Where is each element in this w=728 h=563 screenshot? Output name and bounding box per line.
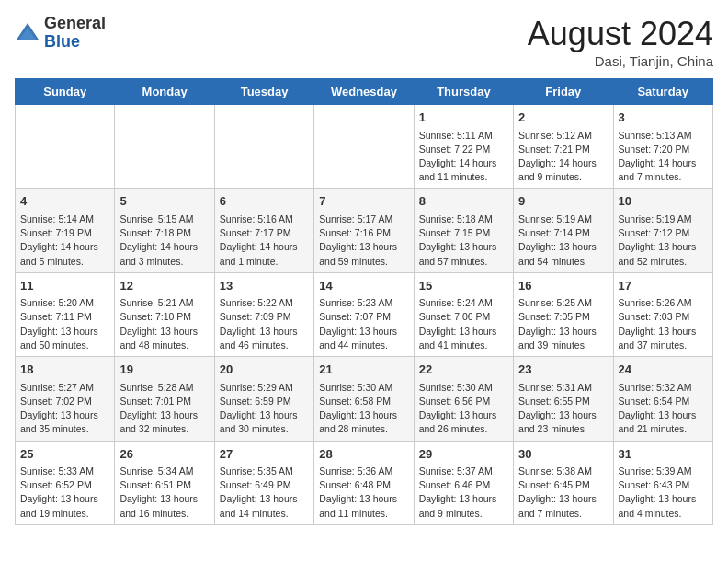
calendar-cell: 9Sunrise: 5:19 AM Sunset: 7:14 PM Daylig…	[514, 189, 613, 272]
logo-general-text: General	[44, 14, 106, 32]
weekday-header-monday: Monday	[115, 79, 214, 105]
day-number: 4	[20, 192, 109, 211]
logo-icon	[15, 20, 40, 46]
day-info: Sunrise: 5:39 AM Sunset: 6:43 PM Dayligh…	[619, 465, 708, 521]
day-number: 25	[20, 445, 109, 464]
calendar-cell	[115, 105, 214, 189]
calendar-cell: 10Sunrise: 5:19 AM Sunset: 7:12 PM Dayli…	[613, 189, 712, 272]
page-header: General Blue August 2024 Dasi, Tianjin, …	[15, 15, 713, 69]
day-number: 10	[619, 192, 708, 211]
calendar-table: SundayMondayTuesdayWednesdayThursdayFrid…	[15, 78, 713, 525]
day-info: Sunrise: 5:21 AM Sunset: 7:10 PM Dayligh…	[119, 296, 209, 352]
calendar-cell: 12Sunrise: 5:21 AM Sunset: 7:10 PM Dayli…	[115, 272, 214, 356]
calendar-cell: 30Sunrise: 5:38 AM Sunset: 6:45 PM Dayli…	[514, 441, 613, 524]
calendar-cell	[214, 105, 313, 189]
day-number: 22	[419, 361, 508, 379]
day-info: Sunrise: 5:33 AM Sunset: 6:52 PM Dayligh…	[20, 465, 109, 521]
day-number: 23	[518, 361, 608, 379]
day-number: 28	[319, 445, 408, 464]
day-number: 19	[119, 361, 209, 379]
calendar-cell: 18Sunrise: 5:27 AM Sunset: 7:02 PM Dayli…	[16, 357, 115, 441]
day-info: Sunrise: 5:15 AM Sunset: 7:18 PM Dayligh…	[119, 213, 209, 269]
day-number: 15	[419, 277, 508, 295]
calendar-cell: 17Sunrise: 5:26 AM Sunset: 7:03 PM Dayli…	[613, 272, 712, 356]
day-number: 3	[619, 109, 708, 127]
day-number: 12	[119, 277, 209, 295]
weekday-header-sunday: Sunday	[16, 79, 115, 105]
day-info: Sunrise: 5:22 AM Sunset: 7:09 PM Dayligh…	[220, 296, 309, 352]
calendar-body: 1Sunrise: 5:11 AM Sunset: 7:22 PM Daylig…	[16, 105, 713, 525]
day-number: 30	[518, 445, 608, 464]
day-info: Sunrise: 5:31 AM Sunset: 6:55 PM Dayligh…	[518, 381, 608, 437]
day-info: Sunrise: 5:36 AM Sunset: 6:48 PM Dayligh…	[319, 465, 408, 521]
calendar-cell: 11Sunrise: 5:20 AM Sunset: 7:11 PM Dayli…	[16, 272, 115, 356]
day-info: Sunrise: 5:28 AM Sunset: 7:01 PM Dayligh…	[119, 381, 209, 437]
day-number: 21	[319, 361, 408, 379]
calendar-week-row: 4Sunrise: 5:14 AM Sunset: 7:19 PM Daylig…	[16, 189, 713, 272]
calendar-cell: 19Sunrise: 5:28 AM Sunset: 7:01 PM Dayli…	[115, 357, 214, 441]
calendar-cell: 1Sunrise: 5:11 AM Sunset: 7:22 PM Daylig…	[414, 105, 513, 189]
calendar-cell: 27Sunrise: 5:35 AM Sunset: 6:49 PM Dayli…	[214, 441, 313, 524]
calendar-header: SundayMondayTuesdayWednesdayThursdayFrid…	[16, 79, 713, 105]
calendar-cell: 8Sunrise: 5:18 AM Sunset: 7:15 PM Daylig…	[414, 189, 513, 272]
day-info: Sunrise: 5:11 AM Sunset: 7:22 PM Dayligh…	[419, 129, 508, 185]
calendar-cell: 29Sunrise: 5:37 AM Sunset: 6:46 PM Dayli…	[414, 441, 513, 524]
calendar-cell: 7Sunrise: 5:17 AM Sunset: 7:16 PM Daylig…	[314, 189, 414, 272]
day-number: 6	[220, 192, 309, 211]
calendar-cell: 31Sunrise: 5:39 AM Sunset: 6:43 PM Dayli…	[613, 441, 712, 524]
calendar-week-row: 11Sunrise: 5:20 AM Sunset: 7:11 PM Dayli…	[16, 272, 713, 356]
calendar-cell: 25Sunrise: 5:33 AM Sunset: 6:52 PM Dayli…	[16, 441, 115, 524]
day-info: Sunrise: 5:30 AM Sunset: 6:56 PM Dayligh…	[419, 381, 508, 437]
day-number: 16	[518, 277, 608, 295]
day-info: Sunrise: 5:19 AM Sunset: 7:14 PM Dayligh…	[518, 213, 608, 269]
day-info: Sunrise: 5:37 AM Sunset: 6:46 PM Dayligh…	[419, 465, 508, 521]
day-info: Sunrise: 5:16 AM Sunset: 7:17 PM Dayligh…	[220, 213, 309, 269]
title-block: August 2024 Dasi, Tianjin, China	[528, 15, 713, 69]
day-info: Sunrise: 5:12 AM Sunset: 7:21 PM Dayligh…	[518, 129, 608, 185]
calendar-cell: 23Sunrise: 5:31 AM Sunset: 6:55 PM Dayli…	[514, 357, 613, 441]
weekday-header-wednesday: Wednesday	[314, 79, 414, 105]
calendar-cell: 4Sunrise: 5:14 AM Sunset: 7:19 PM Daylig…	[16, 189, 115, 272]
calendar-cell: 6Sunrise: 5:16 AM Sunset: 7:17 PM Daylig…	[214, 189, 313, 272]
day-number: 5	[119, 192, 209, 211]
weekday-header-tuesday: Tuesday	[214, 79, 313, 105]
location-text: Dasi, Tianjin, China	[528, 53, 713, 69]
day-info: Sunrise: 5:34 AM Sunset: 6:51 PM Dayligh…	[119, 465, 209, 521]
calendar-cell: 22Sunrise: 5:30 AM Sunset: 6:56 PM Dayli…	[414, 357, 513, 441]
day-number: 24	[619, 361, 708, 379]
day-info: Sunrise: 5:20 AM Sunset: 7:11 PM Dayligh…	[20, 296, 109, 352]
day-number: 29	[419, 445, 508, 464]
calendar-week-row: 18Sunrise: 5:27 AM Sunset: 7:02 PM Dayli…	[16, 357, 713, 441]
calendar-cell: 26Sunrise: 5:34 AM Sunset: 6:51 PM Dayli…	[115, 441, 214, 524]
calendar-cell	[16, 105, 115, 189]
calendar-week-row: 25Sunrise: 5:33 AM Sunset: 6:52 PM Dayli…	[16, 441, 713, 524]
day-info: Sunrise: 5:26 AM Sunset: 7:03 PM Dayligh…	[619, 296, 708, 352]
day-number: 11	[20, 277, 109, 295]
day-number: 9	[518, 192, 608, 211]
logo: General Blue	[15, 15, 106, 52]
weekday-header-thursday: Thursday	[414, 79, 513, 105]
calendar-week-row: 1Sunrise: 5:11 AM Sunset: 7:22 PM Daylig…	[16, 105, 713, 189]
calendar-cell: 14Sunrise: 5:23 AM Sunset: 7:07 PM Dayli…	[314, 272, 414, 356]
day-info: Sunrise: 5:19 AM Sunset: 7:12 PM Dayligh…	[619, 213, 708, 269]
day-info: Sunrise: 5:29 AM Sunset: 6:59 PM Dayligh…	[220, 381, 309, 437]
day-number: 18	[20, 361, 109, 379]
day-number: 31	[619, 445, 708, 464]
day-info: Sunrise: 5:24 AM Sunset: 7:06 PM Dayligh…	[419, 296, 508, 352]
day-info: Sunrise: 5:38 AM Sunset: 6:45 PM Dayligh…	[518, 465, 608, 521]
weekday-header-friday: Friday	[514, 79, 613, 105]
calendar-cell: 13Sunrise: 5:22 AM Sunset: 7:09 PM Dayli…	[214, 272, 313, 356]
calendar-cell: 28Sunrise: 5:36 AM Sunset: 6:48 PM Dayli…	[314, 441, 414, 524]
weekday-header-saturday: Saturday	[613, 79, 712, 105]
day-info: Sunrise: 5:14 AM Sunset: 7:19 PM Dayligh…	[20, 213, 109, 269]
weekday-header-row: SundayMondayTuesdayWednesdayThursdayFrid…	[16, 79, 713, 105]
day-info: Sunrise: 5:30 AM Sunset: 6:58 PM Dayligh…	[319, 381, 408, 437]
day-info: Sunrise: 5:25 AM Sunset: 7:05 PM Dayligh…	[518, 296, 608, 352]
day-number: 14	[319, 277, 408, 295]
day-info: Sunrise: 5:35 AM Sunset: 6:49 PM Dayligh…	[220, 465, 309, 521]
day-info: Sunrise: 5:32 AM Sunset: 6:54 PM Dayligh…	[619, 381, 708, 437]
calendar-cell: 3Sunrise: 5:13 AM Sunset: 7:20 PM Daylig…	[613, 105, 712, 189]
calendar-cell: 24Sunrise: 5:32 AM Sunset: 6:54 PM Dayli…	[613, 357, 712, 441]
calendar-cell: 5Sunrise: 5:15 AM Sunset: 7:18 PM Daylig…	[115, 189, 214, 272]
day-info: Sunrise: 5:18 AM Sunset: 7:15 PM Dayligh…	[419, 213, 508, 269]
